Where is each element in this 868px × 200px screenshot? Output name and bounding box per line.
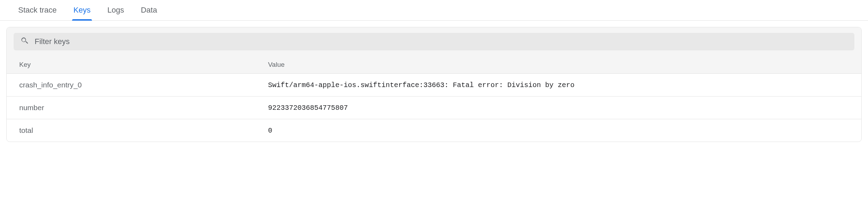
- table-row: number 9223372036854775807: [7, 97, 861, 119]
- keys-panel: Key Value crash_info_entry_0 Swift/arm64…: [6, 27, 862, 142]
- tab-logs[interactable]: Logs: [99, 0, 133, 20]
- filter-input[interactable]: [35, 37, 848, 46]
- row-value: Swift/arm64-apple-ios.swiftinterface:336…: [268, 81, 849, 89]
- row-value: 0: [268, 127, 849, 135]
- row-key: number: [19, 103, 268, 112]
- filter-container: [7, 27, 861, 56]
- table-row: total 0: [7, 119, 861, 142]
- tab-data[interactable]: Data: [133, 0, 165, 20]
- filter-bar: [14, 33, 854, 50]
- row-value: 9223372036854775807: [268, 104, 849, 112]
- tab-bar: Stack trace Keys Logs Data: [0, 0, 868, 21]
- table-row: crash_info_entry_0 Swift/arm64-apple-ios…: [7, 74, 861, 97]
- row-key: crash_info_entry_0: [19, 81, 268, 89]
- row-key: total: [19, 126, 268, 135]
- search-icon: [20, 36, 29, 47]
- tab-stack-trace[interactable]: Stack trace: [10, 0, 65, 20]
- tab-keys[interactable]: Keys: [65, 0, 99, 20]
- header-key: Key: [19, 61, 268, 69]
- header-value: Value: [268, 61, 849, 69]
- table-header: Key Value: [7, 56, 861, 74]
